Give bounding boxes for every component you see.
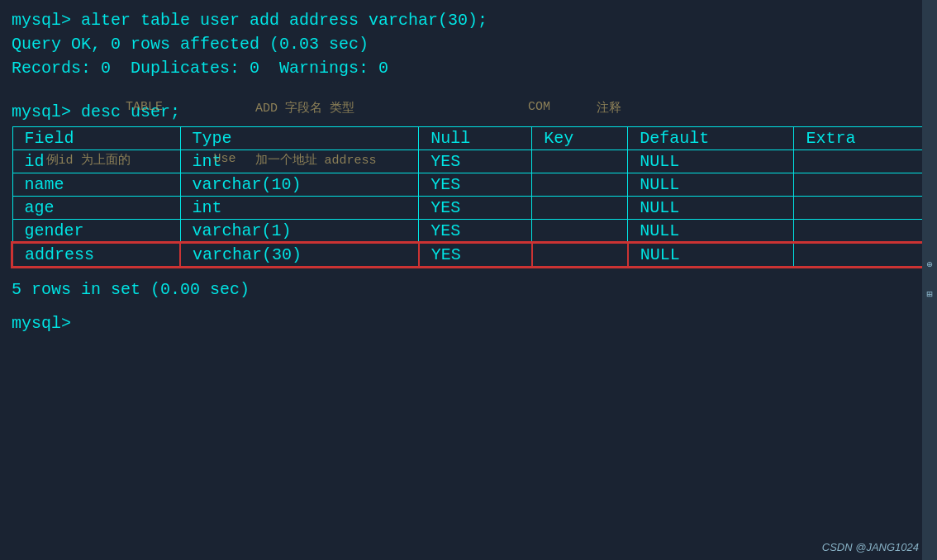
cell-id-key [532,150,628,173]
cell-name-key [532,173,628,197]
table-row-name: name varchar(10) YES NULL [12,173,925,197]
cell-id-type: int Use 加一个地址 address [180,150,419,173]
cell-age-key [532,197,628,220]
cell-address-null: YES [419,243,532,267]
cell-address-key [532,243,628,267]
cell-address-field: address [12,243,180,267]
col-null: Null [419,127,532,150]
terminal-window: mysql> alter table user add address varc… [0,0,937,560]
cell-name-type: varchar(10) [180,173,419,197]
query-ok-line: Query OK, 0 rows affected (0.03 sec) [12,32,925,56]
cell-age-default: NULL [628,197,794,220]
table-header-row: Field Type Null Key Default Extra [12,127,925,150]
cell-name-extra [794,173,925,197]
overlay-example-label: 例id 为上面的 [46,152,131,168]
cell-gender-type: varchar(1) [180,220,419,244]
overlay-use-label: Use [214,152,236,166]
records-line: Records: 0 Duplicates: 0 Warnings: 0 [12,56,925,80]
command-line-1: mysql> alter table user add address varc… [12,8,925,32]
table-row-id: id 例id 为上面的 int Use 加一个地址 address YES NU… [12,150,925,173]
cell-age-null: YES [419,197,532,220]
cell-gender-extra [794,220,925,244]
cell-age-type: int [180,197,419,220]
cell-id-field: id 例id 为上面的 [12,150,180,173]
table-row-gender: gender varchar(1) YES NULL [12,220,925,244]
cell-age-field: age [12,197,180,220]
final-prompt: mysql> [12,311,925,335]
scroll-icon-2[interactable]: ⊞ [923,288,936,301]
desc-command: mysql> desc user; [12,100,925,124]
cell-id-null: YES [419,150,532,173]
cell-address-default: NULL [628,243,794,267]
col-default: Default [628,127,794,150]
col-key: Key [532,127,628,150]
cell-id-extra [794,150,925,173]
table-row-age: age int YES NULL [12,197,925,220]
cell-address-type: varchar(30) [180,243,419,267]
watermark: CSDN @JANG1024 [822,541,919,553]
table-row-address: address varchar(30) YES NULL [12,243,925,267]
cell-name-field: name [12,173,180,197]
cell-address-extra [794,243,925,267]
overlay-add-field-label: 加一个地址 address [255,152,377,168]
cell-gender-null: YES [419,220,532,244]
col-type: Type [180,127,419,150]
cell-gender-key [532,220,628,244]
cell-gender-field: gender [12,220,180,244]
col-extra: Extra [794,127,925,150]
mysql-result-table: Field Type Null Key Default Extra id 例id… [12,126,925,268]
cell-id-default: NULL [628,150,794,173]
col-field: Field [12,127,180,150]
rows-in-set-line: 5 rows in set (0.00 sec) [12,278,925,301]
scrollbar-panel: ⊕ ⊞ [922,0,937,560]
cell-gender-default: NULL [628,220,794,244]
cell-age-extra [794,197,925,220]
cell-name-default: NULL [628,173,794,197]
cell-name-null: YES [419,173,532,197]
scroll-icon-1[interactable]: ⊕ [923,259,936,272]
desc-table: Field Type Null Key Default Extra id 例id… [12,126,925,268]
